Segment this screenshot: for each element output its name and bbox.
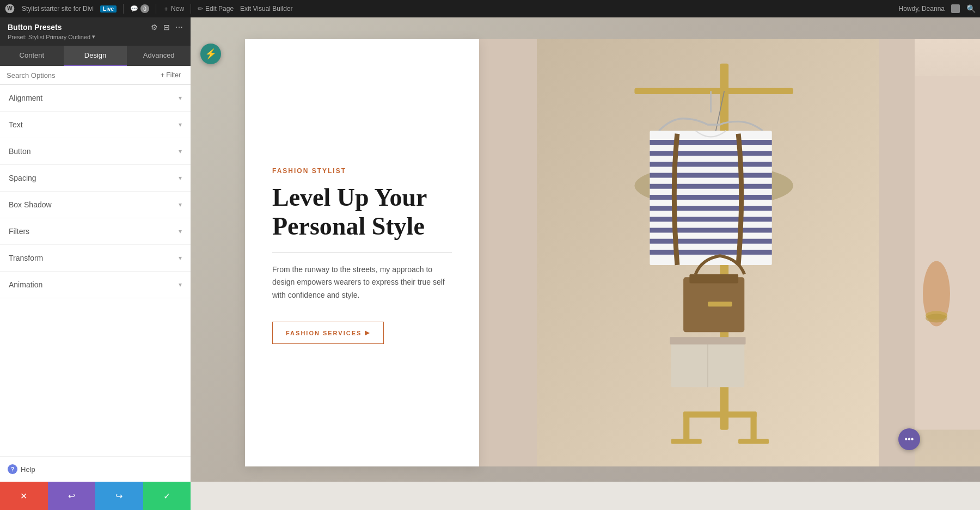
accordion-button[interactable]: Button ▾ bbox=[0, 138, 191, 165]
accordion-animation[interactable]: Animation ▾ bbox=[0, 272, 191, 298]
search-bar: + Filter bbox=[0, 66, 191, 85]
svg-rect-23 bbox=[650, 195, 771, 200]
svg-text:W: W bbox=[7, 5, 13, 11]
hero-title: Level Up Your Personal Style bbox=[272, 183, 452, 241]
panel-tabs: Content Design Advanced bbox=[0, 46, 191, 66]
undo-button[interactable]: ↩ bbox=[48, 482, 96, 510]
svg-rect-9 bbox=[751, 411, 757, 442]
hero-wrapper: FASHION STYLIST Level Up Your Personal S… bbox=[245, 39, 936, 466]
accordion-spacing[interactable]: Spacing ▾ bbox=[0, 165, 191, 192]
bottom-action-bar: ✕ ↩ ↪ ✓ bbox=[0, 482, 191, 510]
accordion-text[interactable]: Text ▾ bbox=[0, 112, 191, 138]
divider-1 bbox=[123, 4, 124, 14]
divider-3 bbox=[191, 4, 191, 14]
hero-divider bbox=[272, 252, 452, 253]
new-button[interactable]: ＋ New bbox=[163, 4, 184, 14]
panel-header-icons: ⚙ ⊟ ⋯ bbox=[151, 23, 183, 32]
chevron-filters-icon: ▾ bbox=[179, 228, 182, 235]
fashion-illustration bbox=[479, 39, 936, 466]
exit-builder-button[interactable]: Exit Visual Builder bbox=[240, 5, 293, 13]
svg-rect-30 bbox=[689, 274, 738, 284]
tab-advanced[interactable]: Advanced bbox=[127, 46, 191, 66]
svg-rect-28 bbox=[650, 250, 771, 255]
content-area: ⚡ FASHION STYLIST Level Up Your Personal… bbox=[191, 17, 980, 510]
svg-rect-6 bbox=[683, 411, 757, 417]
live-badge: Live bbox=[100, 5, 117, 13]
edit-page-button[interactable]: ✏ Edit Page bbox=[198, 5, 234, 13]
divi-icon: ⚡ bbox=[205, 48, 217, 60]
more-options-icon[interactable]: ⋯ bbox=[175, 23, 183, 32]
left-panel: Button Presets ⚙ ⊟ ⋯ Preset: Stylist Pri… bbox=[0, 17, 191, 510]
help-label: Help bbox=[21, 465, 35, 474]
search-admin-icon[interactable]: 🔍 bbox=[966, 4, 976, 13]
howdy-text: Howdy, Deanna bbox=[899, 5, 945, 13]
svg-rect-19 bbox=[650, 151, 771, 156]
chevron-alignment-icon: ▾ bbox=[179, 94, 182, 102]
svg-rect-25 bbox=[650, 217, 771, 222]
accordion-alignment[interactable]: Alignment ▾ bbox=[0, 85, 191, 112]
search-input[interactable] bbox=[7, 71, 157, 79]
svg-rect-24 bbox=[650, 206, 771, 211]
redo-button[interactable]: ↪ bbox=[95, 482, 143, 510]
svg-rect-20 bbox=[650, 162, 771, 167]
svg-rect-21 bbox=[650, 173, 771, 178]
chevron-animation-icon: ▾ bbox=[179, 281, 182, 288]
panel-title: Button Presets bbox=[8, 23, 62, 32]
admin-bar-left: W Stylist starter site for Divi Live 💬 0… bbox=[4, 3, 293, 14]
svg-rect-31 bbox=[708, 302, 732, 306]
svg-rect-8 bbox=[671, 439, 702, 444]
save-button[interactable]: ✓ bbox=[143, 482, 191, 510]
svg-rect-7 bbox=[683, 411, 689, 442]
settings-icon[interactable]: ⚙ bbox=[151, 23, 158, 32]
tab-design[interactable]: Design bbox=[64, 46, 127, 66]
help-icon: ? bbox=[8, 464, 17, 474]
svg-point-38 bbox=[926, 314, 947, 323]
divi-toggle-button[interactable]: ⚡ bbox=[200, 44, 221, 64]
site-name[interactable]: Stylist starter site for Divi bbox=[22, 5, 94, 13]
svg-rect-34 bbox=[670, 337, 745, 344]
comment-count: 0 bbox=[140, 4, 149, 13]
hero-card: FASHION STYLIST Level Up Your Personal S… bbox=[245, 39, 479, 466]
hero-image: ••• bbox=[479, 39, 936, 466]
admin-bar-right: Howdy, Deanna 🔍 bbox=[899, 4, 976, 13]
svg-rect-27 bbox=[650, 239, 771, 244]
svg-rect-18 bbox=[650, 140, 771, 145]
chevron-text-icon: ▾ bbox=[179, 121, 182, 128]
partial-figure-illustration bbox=[915, 39, 980, 466]
svg-rect-10 bbox=[738, 439, 769, 444]
columns-icon[interactable]: ⊟ bbox=[163, 23, 170, 32]
chevron-box-shadow-icon: ▾ bbox=[179, 201, 182, 208]
hero-body: From the runway to the streets, my appro… bbox=[272, 263, 452, 302]
hero-cta-button[interactable]: FASHION SERVICES ▶ bbox=[272, 322, 384, 344]
panel-title-row: Button Presets ⚙ ⊟ ⋯ bbox=[8, 23, 183, 32]
panel-header: Button Presets ⚙ ⊟ ⋯ Preset: Stylist Pri… bbox=[0, 17, 191, 46]
comments-link[interactable]: 💬 0 bbox=[130, 4, 149, 13]
chevron-button-icon: ▾ bbox=[179, 148, 182, 155]
right-peek-area bbox=[915, 39, 980, 466]
preset-selector[interactable]: Preset: Stylist Primary Outlined ▾ bbox=[8, 33, 183, 40]
chevron-spacing-icon: ▾ bbox=[179, 174, 182, 182]
cancel-button[interactable]: ✕ bbox=[0, 482, 48, 510]
hero-eyebrow: FASHION STYLIST bbox=[272, 167, 452, 175]
help-section[interactable]: ? Help bbox=[0, 456, 191, 482]
main-layout: Button Presets ⚙ ⊟ ⋯ Preset: Stylist Pri… bbox=[0, 17, 980, 510]
chevron-transform-icon: ▾ bbox=[179, 254, 182, 262]
svg-rect-26 bbox=[650, 228, 771, 233]
dots-menu-button[interactable]: ••• bbox=[898, 428, 920, 450]
svg-rect-5 bbox=[634, 88, 793, 94]
tab-content[interactable]: Content bbox=[0, 46, 64, 66]
user-avatar[interactable] bbox=[951, 4, 960, 13]
accordion-filters[interactable]: Filters ▾ bbox=[0, 218, 191, 245]
accordion-box-shadow[interactable]: Box Shadow ▾ bbox=[0, 192, 191, 218]
divider-2 bbox=[156, 4, 156, 14]
accordion-transform[interactable]: Transform ▾ bbox=[0, 245, 191, 272]
wordpress-icon[interactable]: W bbox=[4, 3, 15, 14]
accordion-list: Alignment ▾ Text ▾ Button ▾ Spacing ▾ Bo… bbox=[0, 85, 191, 456]
filter-button[interactable]: + Filter bbox=[157, 70, 184, 80]
svg-rect-35 bbox=[915, 76, 980, 430]
admin-bar: W Stylist starter site for Divi Live 💬 0… bbox=[0, 0, 980, 17]
svg-rect-22 bbox=[650, 184, 771, 189]
